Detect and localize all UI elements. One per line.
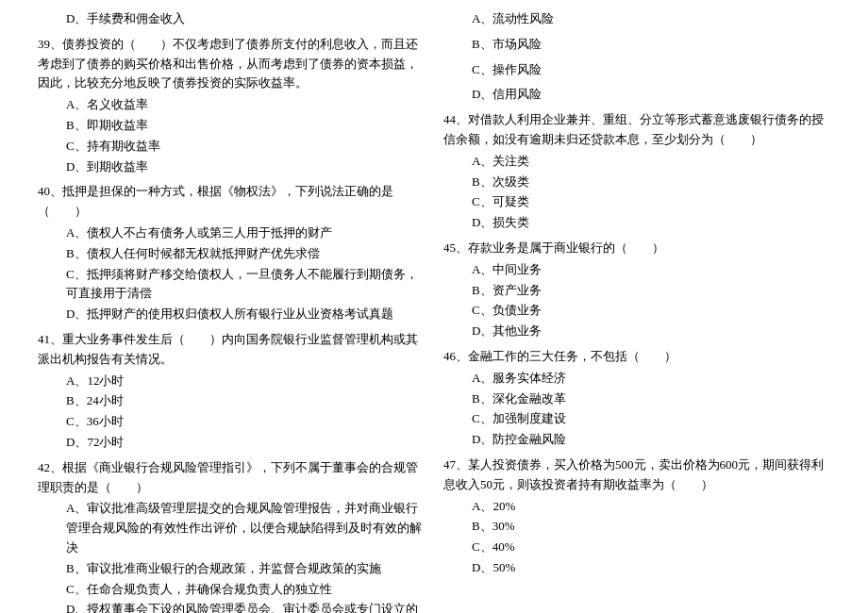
q45-option-a: A、中间业务 (472, 260, 830, 280)
q45-text: 45、存款业务是属于商业银行的（ ） (443, 239, 830, 258)
q44-option-a: A、关注类 (472, 152, 830, 172)
right-column: A、流动性风险 B、市场风险 C、操作风险 D、信用风险 44、对借款人利用企业… (434, 9, 830, 613)
q42-option-c: C、任命合规负责人，并确保合规负责人的独立性 (66, 580, 425, 600)
question-46: 46、金融工作的三大任务，不包括（ ） A、服务实体经济 B、深化金融改革 C、… (443, 347, 830, 450)
q39-option-d: D、到期收益率 (66, 157, 425, 177)
option-c-text: C、操作风险 (472, 60, 830, 80)
question-39: 39、债券投资的（ ）不仅考虑到了债券所支付的利息收入，而且还考虑到了债券的购买… (38, 35, 425, 177)
q40-option-a: A、债权人不占有债务人或第三人用于抵押的财产 (66, 224, 425, 243)
option-d-text: D、信用风险 (472, 85, 830, 105)
question-40: 40、抵押是担保的一种方式，根据《物权法》，下列说法正确的是（ ） A、债权人不… (38, 182, 425, 324)
q39-option-b: B、即期收益率 (66, 116, 425, 136)
main-content: D、手续费和佣金收入 39、债券投资的（ ）不仅考虑到了债券所支付的利息收入，而… (38, 9, 830, 613)
q39-option-a: A、名义收益率 (66, 95, 425, 115)
question-45: 45、存款业务是属于商业银行的（ ） A、中间业务 B、资产业务 C、负债业务 … (443, 239, 830, 341)
q41-option-a: A、12小时 (66, 372, 425, 391)
q39-option-c: C、持有期收益率 (66, 137, 425, 157)
q46-text: 46、金融工作的三大任务，不包括（ ） (443, 347, 830, 367)
q47-text: 47、某人投资债券，买入价格为500元，卖出价格为600元，期间获得利息收入50… (443, 456, 830, 495)
q44-option-d: D、损失类 (472, 213, 830, 233)
option-b-text: B、市场风险 (472, 35, 830, 55)
q47-option-a: A、20% (472, 497, 830, 517)
q40-option-d: D、抵押财产的使用权归债权人所有银行业从业资格考试真题 (66, 305, 425, 324)
q41-option-c: C、36小时 (66, 412, 425, 432)
q47-option-c: C、40% (472, 538, 830, 557)
q40-option-b: B、债权人任何时候都无权就抵押财产优先求偿 (66, 244, 425, 264)
q42-option-a: A、审议批准高级管理层提交的合规风险管理报告，并对商业银行管理合规风险的有效性作… (66, 499, 425, 557)
left-column: D、手续费和佣金收入 39、债券投资的（ ）不仅考虑到了债券所支付的利息收入，而… (38, 9, 434, 613)
q41-option-d: D、72小时 (66, 433, 425, 453)
q40-option-c: C、抵押须将财产移交给债权人，一旦债务人不能履行到期债务，可直接用于清偿 (66, 265, 425, 305)
q41-option-b: B、24小时 (66, 391, 425, 411)
q44-option-c: C、可疑类 (472, 192, 830, 212)
option-a-prev: A、流动性风险 (443, 9, 830, 29)
question-d-prev: D、手续费和佣金收入 (38, 9, 425, 29)
q46-option-b: B、深化金融改革 (472, 389, 830, 409)
question-42: 42、根据《商业银行合规风险管理指引》，下列不属于董事会的合规管理职责的是（ ）… (38, 458, 425, 613)
q45-option-b: B、资产业务 (472, 281, 830, 301)
q47-option-d: D、50% (472, 558, 830, 578)
q44-option-b: B、次级类 (472, 173, 830, 192)
option-text: D、手续费和佣金收入 (66, 9, 425, 29)
q44-text: 44、对借款人利用企业兼并、重组、分立等形式蓄意逃废银行债务的授信余额，如没有逾… (443, 110, 830, 150)
q46-option-a: A、服务实体经济 (472, 369, 830, 389)
q45-option-c: C、负债业务 (472, 301, 830, 321)
q45-option-d: D、其他业务 (472, 322, 830, 341)
q40-text: 40、抵押是担保的一种方式，根据《物权法》，下列说法正确的是（ ） (38, 182, 425, 222)
q42-text: 42、根据《商业银行合规风险管理指引》，下列不属于董事会的合规管理职责的是（ ） (38, 458, 425, 498)
q42-option-b: B、审议批准商业银行的合规政策，并监督合规政策的实施 (66, 559, 425, 579)
question-47: 47、某人投资债券，买入价格为500元，卖出价格为600元，期间获得利息收入50… (443, 456, 830, 578)
q42-option-d: D、授权董事会下设的风险管理委员会、审计委员会或专门设立的合规管理委员会对商业银… (66, 600, 425, 613)
question-44: 44、对借款人利用企业兼并、重组、分立等形式蓄意逃废银行债务的授信余额，如没有逾… (443, 110, 830, 233)
option-d-prev2: D、信用风险 (443, 85, 830, 105)
question-41: 41、重大业务事件发生后（ ）内向国务院银行业监督管理机构或其派出机构报告有关情… (38, 330, 425, 453)
option-a-text: A、流动性风险 (472, 9, 830, 29)
option-b-prev: B、市场风险 (443, 35, 830, 55)
q39-text: 39、债券投资的（ ）不仅考虑到了债券所支付的利息收入，而且还考虑到了债券的购买… (38, 35, 425, 93)
q46-option-d: D、防控金融风险 (472, 430, 830, 450)
q41-text: 41、重大业务事件发生后（ ）内向国务院银行业监督管理机构或其派出机构报告有关情… (38, 330, 425, 370)
option-c-prev: C、操作风险 (443, 60, 830, 80)
q46-option-c: C、加强制度建设 (472, 409, 830, 429)
q47-option-b: B、30% (472, 517, 830, 537)
